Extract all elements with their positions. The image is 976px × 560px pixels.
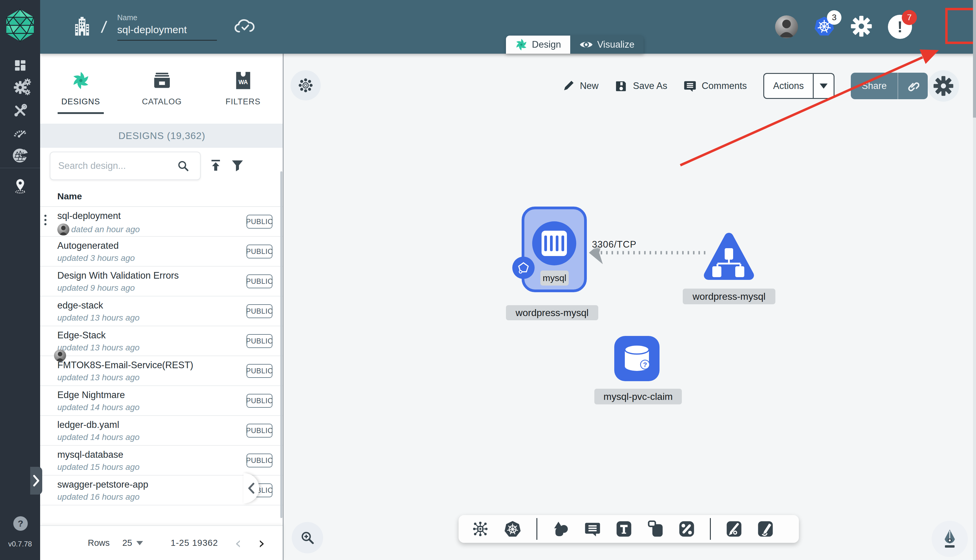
kubernetes-icon — [504, 520, 521, 538]
pencil-tool-button[interactable] — [757, 520, 774, 537]
user-avatar[interactable] — [775, 15, 798, 38]
window-scrollbar[interactable] — [973, 0, 976, 560]
design-list-item[interactable]: Design With Validation Errors updated 9 … — [40, 267, 284, 297]
sidebar-item-performance[interactable] — [0, 126, 40, 138]
sidebar-item-configuration[interactable] — [0, 104, 40, 118]
kubernetes-context-button[interactable]: 3 — [814, 16, 835, 38]
sidebar-item-extensions[interactable] — [0, 148, 40, 163]
question-glyph: ? — [643, 361, 647, 368]
tools-icon — [13, 104, 27, 118]
rect-tool-icon — [647, 520, 664, 537]
shapes-tool-button[interactable] — [552, 520, 569, 537]
pod-pentagon-badge[interactable] — [512, 257, 535, 279]
copy-link-button[interactable] — [898, 73, 928, 99]
component-tool-button[interactable] — [472, 520, 489, 537]
volume-cylinder-icon: ? — [620, 343, 654, 374]
design-list-item[interactable]: FMTOK8S-Email-Service(REST) updated 13 h… — [40, 356, 284, 386]
zoom-in-icon — [300, 530, 315, 545]
notification-center-button[interactable]: ! 7 — [888, 15, 912, 39]
pvc-label-chip[interactable]: mysql-pvc-claim — [594, 389, 682, 404]
design-name: Edge-Stack — [57, 330, 105, 341]
tab-design-label: Design — [532, 39, 561, 50]
design-updated: updated 14 hours ago — [57, 403, 139, 412]
version-label: v0.7.78 — [0, 540, 40, 548]
edge-layer — [284, 54, 976, 560]
share-button[interactable]: Share — [851, 73, 928, 99]
rows-per-page-value: 25 — [122, 538, 132, 548]
save-as-button[interactable]: Save As — [615, 80, 667, 92]
design-name-value[interactable]: sql-deployment — [117, 24, 217, 41]
new-design-button[interactable]: New — [562, 80, 599, 92]
pen-arrow-icon — [726, 520, 742, 537]
search-row — [40, 148, 284, 184]
canvas-settings-button[interactable] — [928, 70, 959, 102]
sidebar: ? v0.7.78 — [0, 0, 40, 560]
node-mysql-pvc-claim[interactable]: ? — [614, 336, 659, 381]
settings-gear-button[interactable] — [851, 15, 872, 38]
text-tool-icon — [616, 520, 632, 537]
panel-scrollbar[interactable] — [280, 171, 282, 518]
actions-dropdown-toggle[interactable] — [814, 74, 834, 98]
window-scrollbar-thumb[interactable] — [973, 0, 976, 118]
design-updated: updated 14 hours ago — [57, 432, 139, 442]
performance-gauge-icon — [13, 126, 27, 138]
view-mode-tabs: Design Visualize — [506, 36, 644, 54]
tab-visualize[interactable]: Visualize — [570, 36, 644, 54]
next-page-button[interactable]: › — [258, 535, 265, 551]
design-canvas[interactable]: New Save As Comments Actions Share — [284, 54, 976, 560]
container-icon — [542, 231, 567, 256]
canvas-cluster-button[interactable] — [290, 70, 321, 100]
row-menu-icon[interactable] — [44, 215, 47, 225]
design-list-item[interactable]: Edge Nightmare updated 14 hours ago PUBL… — [40, 386, 284, 416]
design-list-item[interactable]: mysql-database updated 15 hours ago PUBL… — [40, 446, 284, 475]
shapes-icon — [552, 520, 569, 537]
meshery-logo[interactable] — [5, 8, 35, 43]
tab-designs[interactable]: DESIGNS — [40, 54, 121, 123]
design-list-item[interactable]: edge-stack updated 13 hours ago PUBLIC — [40, 297, 284, 326]
rect-tool-button[interactable] — [647, 520, 664, 537]
designs-section-header: DESIGNS (19,362) — [40, 123, 284, 148]
container-label-chip[interactable]: mysql — [541, 270, 569, 286]
filter-designs-button[interactable] — [231, 158, 244, 173]
sidebar-item-pin[interactable] — [0, 178, 40, 193]
organization-icon[interactable] — [73, 16, 91, 38]
design-updated: dated an hour ago — [57, 223, 140, 235]
visibility-badge: PUBLIC — [247, 274, 272, 288]
help-icon[interactable]: ? — [13, 516, 28, 531]
comments-button[interactable]: Comments — [684, 80, 747, 92]
sidebar-item-dashboard[interactable] — [0, 58, 40, 72]
design-name-field[interactable]: Name sql-deployment — [117, 13, 217, 41]
service-label-chip[interactable]: wordpress-mysql — [683, 288, 775, 304]
tab-design[interactable]: Design — [506, 36, 570, 54]
kubernetes-tool-button[interactable] — [504, 520, 521, 538]
design-name: Edge Nightmare — [57, 390, 125, 400]
link-tool-button[interactable] — [679, 520, 695, 537]
wasm-filters-icon: WA — [234, 71, 252, 90]
pen-nib-button[interactable] — [932, 521, 968, 557]
design-list-item[interactable]: Edge-Stack updated 13 hours ago PUBLIC — [40, 326, 284, 356]
search-input[interactable] — [50, 160, 177, 171]
tab-visualize-label: Visualize — [597, 39, 635, 50]
comment-tool-button[interactable] — [584, 521, 601, 537]
tab-filters[interactable]: WA FILTERS — [202, 54, 284, 123]
sidebar-expand-handle[interactable] — [30, 467, 42, 495]
comment-icon — [584, 521, 601, 537]
sidebar-item-lifecycle[interactable] — [0, 81, 40, 94]
actions-button[interactable]: Actions — [763, 73, 835, 99]
upload-design-button[interactable] — [209, 158, 222, 173]
node-wordpress-mysql-service[interactable] — [703, 231, 755, 282]
pod-label-chip[interactable]: wordpress-mysql — [506, 305, 598, 320]
prev-page-button[interactable]: ‹ — [235, 535, 242, 551]
pen-arrow-tool-button[interactable] — [726, 520, 742, 537]
design-list-item[interactable]: Autogenerated updated 3 hours ago PUBLIC — [40, 237, 284, 267]
caret-down-icon — [136, 541, 143, 545]
edge-port-label: 3306/TCP — [592, 239, 637, 250]
design-list-item[interactable]: ledger-db.yaml updated 14 hours ago PUBL… — [40, 416, 284, 446]
zoom-in-button[interactable] — [292, 522, 323, 553]
search-box[interactable] — [50, 152, 201, 180]
text-tool-button[interactable] — [616, 520, 632, 537]
tab-catalog[interactable]: CATALOG — [121, 54, 202, 123]
rows-per-page-select[interactable]: 25 — [122, 538, 143, 548]
design-list-item[interactable]: sql-deployment dated an hour ago PUBLIC — [40, 207, 284, 237]
chevron-left-icon — [248, 482, 255, 494]
